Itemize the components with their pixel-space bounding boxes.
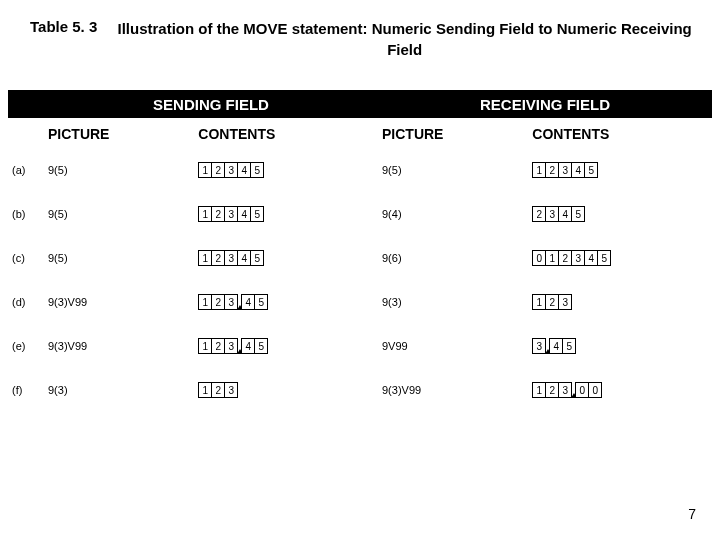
digit-cell: 3 [571,250,585,266]
receiving-picture: 9(6) [378,252,518,264]
group-header: SENDING FIELD RECEIVING FIELD [8,90,712,118]
digit-cell: 2 [211,294,225,310]
row-label: (b) [8,208,44,220]
digit-cell: 4 [241,338,255,354]
digit-cell: 4 [237,162,251,178]
cell-group: 12345 [532,162,598,178]
digit-cell: 5 [571,206,585,222]
sending-contents: 12345 [184,162,378,178]
cell-group: 12345 [198,250,264,266]
row-label: (a) [8,164,44,176]
digit-cell: 2 [545,294,559,310]
digit-cell: 2 [211,382,225,398]
sending-picture: 9(3) [44,384,184,396]
receiving-header: RECEIVING FIELD [378,96,712,113]
digit-cell: 2 [211,338,225,354]
digit-cell: 2 [211,250,225,266]
cell-group: 2345 [532,206,585,222]
table-label: Table 5. 3 [30,18,97,35]
digit-cell: 3 [224,382,238,398]
receiving-contents: 12345 [518,162,712,178]
sending-picture: 9(5) [44,164,184,176]
column-subheader: PICTURE CONTENTS PICTURE CONTENTS [8,118,712,148]
digit-cell: 2 [532,206,546,222]
sending-contents: 123 [184,382,378,398]
digit-cell: 1 [198,250,212,266]
digit-cell: 4 [237,206,251,222]
row-label: (c) [8,252,44,264]
cell-group: 12345 [198,206,264,222]
cell-group: 12345 [198,162,264,178]
digit-cell: 5 [597,250,611,266]
digit-cell: 5 [250,206,264,222]
sending-picture: 9(3)V99 [44,340,184,352]
digit-cell: 5 [254,294,268,310]
digit-cell: 4 [558,206,572,222]
digit-cell: 1 [198,338,212,354]
digit-cell: 0 [575,382,589,398]
digit-cell: 1 [532,162,546,178]
sending-contents-header: CONTENTS [184,126,378,142]
receiving-contents: 2345 [518,206,712,222]
row-label: (d) [8,296,44,308]
sending-picture: 9(3)V99 [44,296,184,308]
digit-cell: 0 [588,382,602,398]
digit-cell: 4 [571,162,585,178]
receiving-picture: 9(3)V99 [378,384,518,396]
digit-cell: 3 [224,250,238,266]
sending-picture-header: PICTURE [44,126,184,142]
receiving-contents: 123 [518,294,712,310]
digit-cell: 5 [250,250,264,266]
table-body: (a)9(5)123459(5)12345(b)9(5)123459(4)234… [8,148,712,412]
receiving-picture-header: PICTURE [378,126,518,142]
table-row: (c)9(5)123459(6)012345 [8,236,712,280]
page-number: 7 [688,506,696,522]
digit-cell: 1 [198,162,212,178]
sending-header: SENDING FIELD [44,96,378,113]
digit-cell: 5 [250,162,264,178]
digit-cell: 1 [198,206,212,222]
digit-cell: 1 [545,250,559,266]
digit-cell: 2 [558,250,572,266]
table-row: (e)9(3)V99123459V99345 [8,324,712,368]
digit-cell: 2 [545,382,559,398]
digit-cell: 1 [532,382,546,398]
digit-cell: 2 [211,162,225,178]
receiving-picture: 9(4) [378,208,518,220]
receiving-picture: 9(3) [378,296,518,308]
digit-cell: 3 [558,382,572,398]
digit-cell: 5 [254,338,268,354]
table-row: (d)9(3)V99123459(3)123 [8,280,712,324]
row-label: (e) [8,340,44,352]
receiving-contents: 012345 [518,250,712,266]
receiving-picture: 9(5) [378,164,518,176]
sending-picture: 9(5) [44,208,184,220]
receiving-picture: 9V99 [378,340,518,352]
cell-group: 012345 [532,250,611,266]
digit-cell: 3 [558,294,572,310]
digit-cell: 1 [532,294,546,310]
digit-cell: 3 [545,206,559,222]
cell-group: 12345 [198,294,268,310]
digit-cell: 0 [532,250,546,266]
sending-contents: 12345 [184,250,378,266]
cell-group: 12345 [198,338,268,354]
sending-picture: 9(5) [44,252,184,264]
digit-cell: 1 [198,294,212,310]
digit-cell: 3 [224,338,238,354]
digit-cell: 2 [545,162,559,178]
table-title: Table 5. 3 Illustration of the MOVE stat… [0,0,720,60]
digit-cell: 4 [549,338,563,354]
digit-cell: 4 [237,250,251,266]
digit-cell: 5 [562,338,576,354]
table-row: (f)9(3)1239(3)V9912300 [8,368,712,412]
table-row: (b)9(5)123459(4)2345 [8,192,712,236]
digit-cell: 3 [532,338,546,354]
cell-group: 345 [532,338,576,354]
digit-cell: 3 [224,294,238,310]
digit-cell: 4 [241,294,255,310]
cell-group: 123 [198,382,238,398]
sending-contents: 12345 [184,338,378,354]
digit-cell: 3 [224,206,238,222]
digit-cell: 2 [211,206,225,222]
